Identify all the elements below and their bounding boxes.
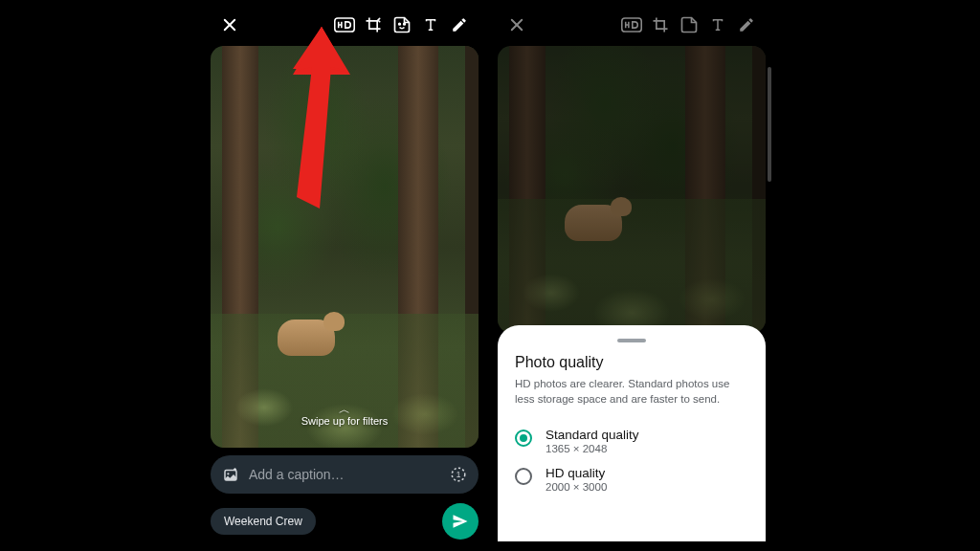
draw-icon[interactable] bbox=[733, 11, 760, 38]
send-row: Weekend Crew bbox=[211, 503, 479, 540]
recipient-chip[interactable]: Weekend Crew bbox=[211, 508, 316, 535]
option-label: HD quality bbox=[546, 466, 607, 480]
editor-toolbar bbox=[211, 10, 479, 40]
close-icon[interactable] bbox=[216, 11, 243, 38]
radio-selected-icon bbox=[515, 430, 532, 447]
close-icon[interactable] bbox=[503, 11, 530, 38]
editor-screen-right: Photo quality HD photos are clearer. Sta… bbox=[498, 10, 766, 541]
option-resolution: 1365 × 2048 bbox=[546, 443, 639, 454]
svg-point-3 bbox=[399, 23, 401, 25]
recipient-label: Weekend Crew bbox=[224, 515, 302, 528]
crop-rotate-icon[interactable] bbox=[647, 11, 674, 38]
view-once-icon[interactable]: 1 bbox=[450, 466, 467, 483]
text-icon[interactable] bbox=[704, 11, 731, 38]
swipe-hint-label: Swipe up for filters bbox=[301, 415, 388, 427]
sheet-description: HD photos are clearer. Standard photos u… bbox=[515, 377, 748, 407]
sticker-icon[interactable] bbox=[676, 11, 702, 38]
draw-icon[interactable] bbox=[446, 11, 473, 38]
chevron-up-icon: ︿ bbox=[211, 406, 479, 413]
photo-preview-dimmed bbox=[498, 46, 766, 333]
caption-bar: 1 bbox=[211, 455, 479, 494]
sheet-drag-handle[interactable] bbox=[617, 339, 646, 342]
photo-quality-sheet: Photo quality HD photos are clearer. Sta… bbox=[498, 325, 766, 541]
photo-subject-bear bbox=[278, 320, 335, 356]
option-label: Standard quality bbox=[546, 428, 639, 442]
editor-screen-left: ︿ Swipe up for filters 1 Weekend Crew bbox=[211, 10, 479, 541]
sheet-title: Photo quality bbox=[515, 354, 748, 371]
caption-input[interactable] bbox=[249, 467, 440, 482]
sticker-icon[interactable] bbox=[389, 11, 415, 38]
crop-rotate-icon[interactable] bbox=[360, 11, 387, 38]
editor-toolbar-dimmed bbox=[498, 10, 766, 40]
quality-option-hd[interactable]: HD quality 2000 × 3000 bbox=[515, 460, 748, 498]
quality-option-standard[interactable]: Standard quality 1365 × 2048 bbox=[515, 422, 748, 460]
photo-preview[interactable]: ︿ Swipe up for filters bbox=[211, 46, 479, 448]
svg-point-6 bbox=[227, 473, 229, 474]
hd-icon[interactable] bbox=[331, 11, 358, 38]
radio-unselected-icon bbox=[515, 468, 532, 485]
hd-icon[interactable] bbox=[618, 11, 645, 38]
send-button[interactable] bbox=[442, 503, 479, 540]
gallery-add-icon[interactable] bbox=[222, 466, 239, 483]
svg-point-4 bbox=[404, 23, 406, 25]
text-icon[interactable] bbox=[417, 11, 444, 38]
option-resolution: 2000 × 3000 bbox=[546, 481, 607, 493]
swipe-filters-hint[interactable]: ︿ Swipe up for filters bbox=[211, 406, 479, 427]
svg-text:1: 1 bbox=[457, 471, 461, 479]
scrollbar[interactable] bbox=[768, 67, 771, 182]
